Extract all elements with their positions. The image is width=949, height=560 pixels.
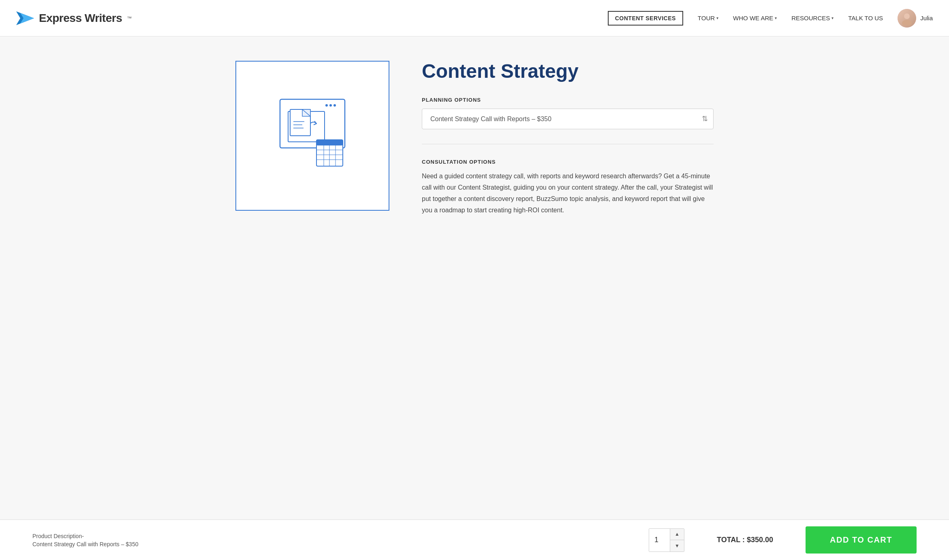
nav-content-services[interactable]: CONTENT SERVICES: [608, 11, 683, 26]
svg-point-3: [902, 20, 912, 26]
svg-point-2: [904, 13, 910, 19]
nav-tour[interactable]: TOUR ▾: [698, 15, 718, 21]
resources-chevron-icon: ▾: [831, 16, 834, 20]
logo-icon: [16, 11, 34, 25]
planning-select-wrapper[interactable]: Content Strategy Call with Reports – $35…: [422, 109, 714, 129]
user-name: Julia: [920, 15, 933, 21]
divider: [422, 144, 714, 144]
consultation-text: Need a guided content strategy call, wit…: [422, 171, 714, 216]
svg-point-6: [329, 104, 332, 107]
tour-chevron-icon: ▾: [716, 16, 718, 20]
main-content: Content Strategy PLANNING OPTIONS Conten…: [211, 61, 738, 216]
nav-resources[interactable]: RESOURCES ▾: [791, 15, 834, 21]
main-nav: CONTENT SERVICES TOUR ▾ WHO WE ARE ▾ RES…: [608, 11, 883, 26]
user-area[interactable]: Julia: [898, 9, 933, 28]
product-details: Content Strategy PLANNING OPTIONS Conten…: [422, 61, 714, 216]
svg-point-7: [333, 104, 336, 107]
avatar: [898, 9, 916, 28]
svg-point-5: [325, 104, 328, 107]
svg-rect-13: [316, 140, 343, 145]
product-image: [268, 91, 357, 180]
brand-name: Express Writers: [39, 12, 122, 25]
header: Express Writers™ CONTENT SERVICES TOUR ▾…: [0, 0, 949, 36]
who-we-are-chevron-icon: ▾: [775, 16, 777, 20]
brand-tm: ™: [127, 15, 132, 21]
planning-options-label: PLANNING OPTIONS: [422, 97, 714, 103]
consultation-options-label: CONSULTATION OPTIONS: [422, 159, 714, 165]
planning-select[interactable]: Content Strategy Call with Reports – $35…: [422, 109, 714, 129]
product-title: Content Strategy: [422, 61, 714, 82]
avatar-image: [898, 9, 916, 28]
nav-talk-to-us[interactable]: TALK TO US: [848, 15, 883, 21]
product-image-container: [235, 61, 389, 211]
logo-area[interactable]: Express Writers™: [16, 11, 608, 25]
nav-who-we-are[interactable]: WHO WE ARE ▾: [733, 15, 777, 21]
